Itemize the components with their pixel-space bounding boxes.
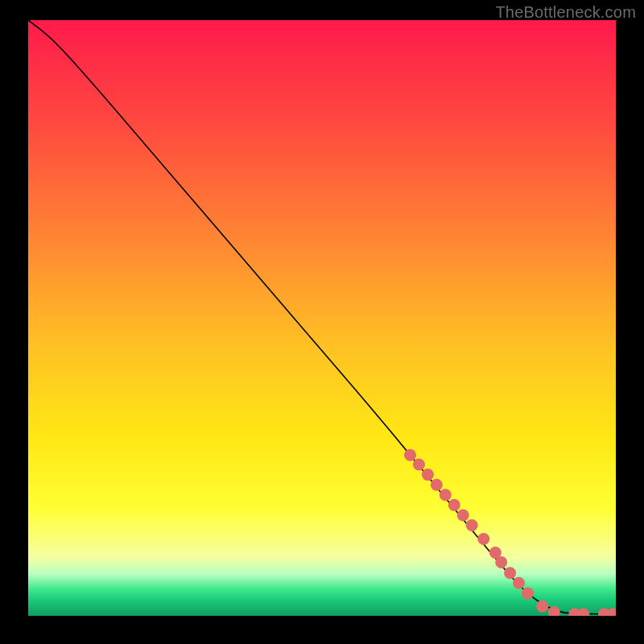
chart-background [28,20,616,616]
chart-marker [431,479,443,491]
chart-marker [448,499,460,511]
chart-marker [466,519,478,531]
chart-marker [536,601,548,613]
chart-marker [495,556,507,568]
chart-marker [504,567,516,579]
chart-marker [404,449,416,461]
chart-marker [513,577,525,589]
chart-marker [422,469,434,481]
chart-marker [413,459,425,471]
chart-marker [522,587,534,599]
chart-marker [440,489,452,501]
chart-marker [457,509,469,521]
attribution-text: TheBottleneck.com [495,3,636,22]
chart-marker [477,533,489,545]
bottleneck-chart [28,20,616,616]
